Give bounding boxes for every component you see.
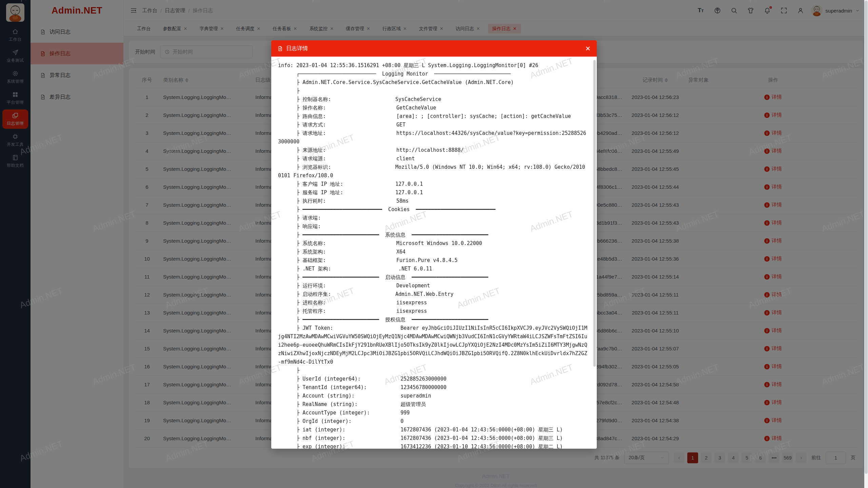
dialog-title: 日志详情 bbox=[286, 45, 308, 52]
page-scrollbar-thumb[interactable] bbox=[865, 1, 868, 474]
log-text: info: 2023-01-04 12:55:36.1516291 +08:00… bbox=[278, 61, 588, 449]
scrollbar-thumb[interactable] bbox=[593, 60, 596, 367]
close-icon[interactable]: ✕ bbox=[585, 45, 591, 52]
dialog-scrollbar[interactable] bbox=[593, 60, 596, 449]
document-icon bbox=[277, 46, 283, 52]
dialog-header: 日志详情 ✕ bbox=[271, 40, 597, 57]
dialog-body: info: 2023-01-04 12:55:36.1516291 +08:00… bbox=[271, 57, 597, 449]
page-scrollbar[interactable] bbox=[864, 0, 868, 488]
log-detail-dialog: 日志详情 ✕ info: 2023-01-04 12:55:36.1516291… bbox=[271, 40, 597, 449]
